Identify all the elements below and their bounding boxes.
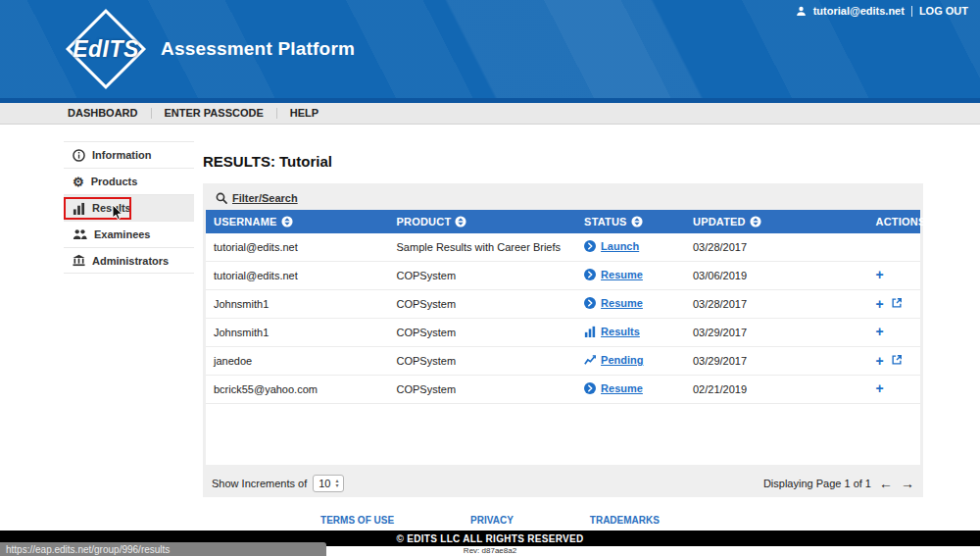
export-icon[interactable]	[891, 297, 903, 309]
increment-value: 10	[318, 478, 330, 489]
account-email-link[interactable]: tutorial@edits.net	[813, 5, 905, 17]
sidebar-item-results[interactable]: Results	[64, 194, 194, 221]
status-label: Pending	[601, 354, 643, 366]
sidebar-item-information[interactable]: Information	[64, 141, 194, 168]
results-table-wrap: USERNAME PRODUCT STATUS UPDATED ACTIONS …	[206, 210, 920, 465]
status-resume-link[interactable]: Resume	[584, 382, 643, 394]
cell-product: COPSystem	[389, 262, 577, 290]
info-icon	[73, 149, 85, 162]
add-action-icon[interactable]: +	[876, 356, 884, 366]
status-resume-link[interactable]: Resume	[584, 269, 643, 280]
status-results-link[interactable]: Results	[584, 326, 640, 337]
column-label: USERNAME	[214, 216, 277, 227]
sidebar-item-label: Information	[92, 149, 152, 161]
cell-product: COPSystem	[389, 376, 577, 404]
bank-icon	[73, 254, 85, 267]
main-content: RESULTS: Tutorial Filter/Search USERNAME…	[203, 153, 923, 497]
column-header-status[interactable]: STATUS	[576, 210, 685, 233]
table-header-row: USERNAME PRODUCT STATUS UPDATED ACTIONS	[206, 210, 920, 233]
sort-icon[interactable]	[750, 216, 761, 227]
page: tutorial@edits.net LOG OUT EdITS Assessm…	[0, 0, 980, 556]
cell-updated: 03/06/2019	[685, 262, 868, 290]
cell-actions: +	[868, 319, 920, 347]
nav-item-enter-passcode[interactable]: ENTER PASSCODE	[152, 108, 277, 119]
add-action-icon[interactable]: +	[876, 327, 884, 336]
sidebar-item-products[interactable]: ⚙ Products	[64, 168, 194, 194]
page-title: RESULTS: Tutorial	[203, 153, 923, 170]
cell-status: Pending	[576, 347, 685, 376]
status-label: Launch	[601, 240, 639, 252]
next-page-icon[interactable]: →	[901, 478, 914, 489]
cell-product: COPSystem	[389, 347, 577, 376]
results-panel: Filter/Search USERNAME PRODUCT STATUS UP…	[203, 183, 923, 497]
resume-icon	[584, 269, 596, 280]
cell-actions: +	[868, 262, 920, 290]
edits-logo: EdITS	[65, 8, 147, 90]
filter-row: Filter/Search	[206, 186, 920, 210]
status-pending-link[interactable]: Pending	[584, 354, 643, 366]
cell-updated: 03/28/2017	[685, 233, 868, 262]
cell-status: Resume	[576, 376, 685, 404]
column-header-username[interactable]: USERNAME	[206, 210, 389, 233]
increment-select[interactable]: 10 ▴▾	[313, 475, 344, 492]
cell-actions: +	[868, 376, 920, 404]
add-action-icon[interactable]: +	[876, 299, 884, 309]
table-row: Johnsmith1 COPSystem Resume 03/28/2017 +	[206, 290, 920, 319]
select-stepper-icon: ▴▾	[335, 479, 338, 488]
page-navigation: Displaying Page 1 of 1 ← →	[763, 478, 914, 489]
prev-page-icon[interactable]: ←	[879, 478, 893, 489]
sidebar-item-examinees[interactable]: Examinees	[64, 221, 194, 247]
page-info: Displaying Page 1 of 1	[763, 478, 871, 489]
nav-item-dashboard[interactable]: DASHBOARD	[55, 108, 152, 119]
column-header-product[interactable]: PRODUCT	[389, 210, 577, 233]
column-header-actions: ACTIONS	[868, 210, 920, 233]
app-title: Assessment Platform	[161, 38, 355, 60]
add-action-icon[interactable]: +	[876, 383, 884, 393]
cell-username: janedoe	[206, 347, 389, 376]
resume-icon	[584, 382, 596, 394]
filter-search-link[interactable]: Filter/Search	[232, 192, 298, 204]
sort-icon[interactable]	[631, 216, 643, 227]
status-resume-link[interactable]: Resume	[584, 297, 643, 309]
resume-icon	[584, 297, 596, 309]
footer-link-privacy[interactable]: PRIVACY	[470, 515, 514, 526]
sort-icon[interactable]	[455, 216, 466, 227]
cell-updated: 02/21/2019	[685, 376, 868, 404]
footer-link-trademarks[interactable]: TRADEMARKS	[590, 515, 660, 526]
cell-username: bcrick55@yahoo.com	[206, 376, 389, 404]
mouse-cursor-icon	[112, 204, 123, 222]
sort-icon[interactable]	[281, 216, 293, 227]
cell-status: Launch	[576, 233, 685, 262]
logo-text: EdITS	[65, 8, 147, 90]
export-icon[interactable]	[891, 354, 903, 366]
logout-link[interactable]: LOG OUT	[919, 5, 968, 17]
sidebar-item-administrators[interactable]: Administrators	[64, 247, 194, 274]
cell-actions	[868, 233, 920, 262]
table-row: tutorial@edits.net COPSystem Resume 03/0…	[206, 262, 920, 290]
column-header-updated[interactable]: UPDATED	[685, 210, 868, 233]
cell-updated: 03/29/2017	[685, 347, 868, 376]
sidebar-item-label: Examinees	[94, 228, 150, 240]
user-icon	[796, 6, 807, 17]
results-chart-icon	[584, 326, 596, 337]
footer-link-terms[interactable]: TERMS OF USE	[320, 515, 394, 526]
app-header: tutorial@edits.net LOG OUT EdITS Assessm…	[0, 0, 980, 98]
status-label: Resume	[601, 269, 643, 280]
cell-updated: 03/28/2017	[685, 290, 868, 319]
column-label: ACTIONS	[876, 216, 926, 227]
column-label: UPDATED	[693, 216, 746, 227]
cell-username: tutorial@edits.net	[206, 262, 389, 290]
pagination-bar: Show Increments of 10 ▴▾ Displaying Page…	[206, 475, 920, 492]
cell-status: Resume	[576, 290, 685, 319]
pending-chart-icon	[584, 354, 596, 366]
nav-item-help[interactable]: HELP	[277, 108, 331, 119]
add-action-icon[interactable]: +	[876, 270, 884, 279]
sidebar: Information ⚙ Products Results Examinees…	[64, 141, 194, 274]
sidebar-item-label: Products	[91, 176, 138, 187]
main-nav: DASHBOARD ENTER PASSCODE HELP	[0, 103, 980, 125]
cell-product: Sample Results with Career Briefs	[389, 233, 577, 262]
show-increments: Show Increments of 10 ▴▾	[212, 475, 344, 492]
status-launch-link[interactable]: Launch	[584, 240, 639, 252]
cell-updated: 03/29/2017	[685, 319, 868, 347]
cell-status: Resume	[576, 262, 685, 290]
